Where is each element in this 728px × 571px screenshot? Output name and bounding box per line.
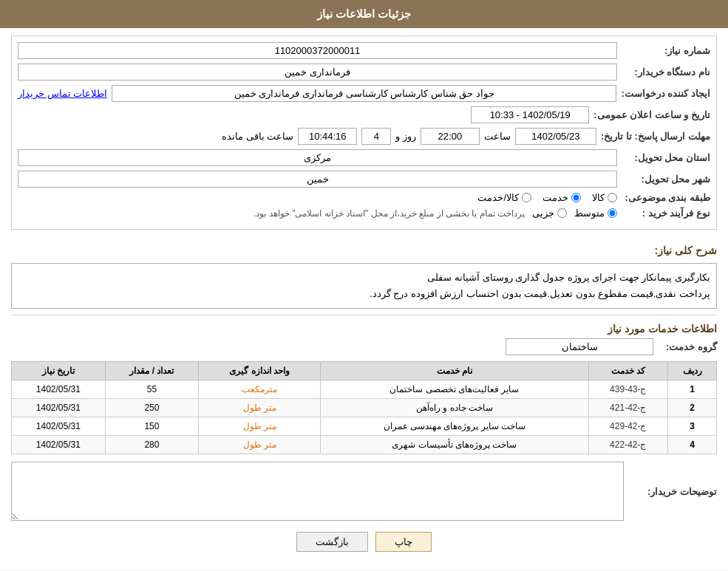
table-head: ردیف کد خدمت نام خدمت واحد اندازه گیری ت…: [12, 362, 717, 380]
col-tedad: تعداد / مقدار: [105, 362, 199, 380]
sharh-box: بکارگیری پیمانکار جهت اجرای پروژه جدول گ…: [11, 263, 717, 309]
cell-name: ساخت جاده و راه‌آهن: [321, 399, 588, 417]
shahr-value: خمین: [18, 171, 617, 188]
mohlat-label: مهلت ارسال پاسخ: تا تاریخ:: [601, 131, 710, 142]
divider-1: [11, 315, 717, 315]
cell-vahed: مترمکعب: [199, 380, 321, 399]
cell-tedad: 280: [105, 436, 199, 454]
mohlat-date: 1402/05/23: [515, 128, 596, 145]
radio-motevaset[interactable]: متوسط: [574, 208, 617, 219]
cell-name: ساخت سایر پروژه‌های مهندسی عمران: [321, 417, 588, 436]
sharh-line2: پرداخت نقدی.قیمت مقطوع بدون تعدیل.قیمت ب…: [18, 286, 710, 302]
grohe-label: گروه خدمت:: [658, 341, 717, 352]
col-radif: ردیف: [668, 362, 717, 380]
cell-radif: 1: [668, 380, 717, 399]
chap-button[interactable]: چاپ: [375, 532, 432, 552]
farayand-desc: پرداخت تمام یا بخشی از مبلغ خرید،از محل …: [254, 208, 525, 219]
row-dastgah: نام دستگاه خریدار: فرمانداری خمین: [18, 64, 710, 81]
grohe-value: ساختمان: [506, 338, 653, 355]
radio-khedmat[interactable]: خدمت: [542, 192, 581, 203]
cell-vahed: متر طول: [199, 436, 321, 454]
ejad-value: جواد حق شناس کارشناس کارشناسی فرمانداری …: [112, 85, 616, 102]
radio-jozi[interactable]: جزیی: [532, 208, 567, 219]
mohlat-rooz: 4: [361, 128, 391, 145]
cell-tedad: 55: [105, 380, 199, 399]
cell-tarikh: 1402/05/31: [12, 380, 106, 399]
services-table: ردیف کد خدمت نام خدمت واحد اندازه گیری ت…: [11, 361, 717, 454]
mohlat-remaining: 10:44:16: [298, 128, 357, 145]
remaining-label: ساعت باقی مانده: [222, 131, 293, 142]
navabfarayand-label: نوع فرآیند خرید :: [622, 208, 710, 219]
buttons-row: چاپ بازگشت: [11, 532, 717, 552]
saat-label: ساعت: [484, 131, 511, 142]
radio-kala[interactable]: کالا: [592, 192, 617, 203]
info-section: شماره نیاز: 1102000372000011 نام دستگاه …: [11, 35, 717, 230]
cell-code: ج-42-421: [588, 399, 668, 417]
tabaqe-label: طبقه بندی موضوعی:: [622, 192, 710, 203]
table-row: 3 ج-42-429 ساخت سایر پروژه‌های مهندسی عم…: [12, 417, 717, 436]
table-row: 2 ج-42-421 ساخت جاده و راه‌آهن متر طول 2…: [12, 399, 717, 417]
row-shahr: شهر محل تحویل: خمین: [18, 171, 710, 188]
row-ostan: استان محل تحویل: مرکزی: [18, 149, 710, 166]
page-title: جزئیات اطلاعات نیاز: [317, 7, 411, 20]
table-body: 1 ج-43-439 سایر فعالیت‌های تخصصی ساختمان…: [12, 380, 717, 454]
contact-link[interactable]: اطلاعات تماس خریدار: [18, 88, 107, 99]
row-ejad: ایجاد کننده درخواست: جواد حق شناس کارشنا…: [18, 85, 710, 102]
kala-label: کالا: [592, 192, 605, 203]
rooz-label: روز و: [395, 131, 416, 142]
khadamat-title: اطلاعات خدمات مورد نیاز: [11, 323, 717, 335]
ostan-value: مرکزی: [18, 149, 617, 166]
jozi-label: جزیی: [532, 208, 554, 219]
row-tarikh: تاریخ و ساعت اعلان عمومی: 1402/05/19 - 1…: [18, 106, 710, 123]
table-header-row: ردیف کد خدمت نام خدمت واحد اندازه گیری ت…: [12, 362, 717, 380]
shahr-label: شهر محل تحویل:: [622, 174, 710, 185]
ostan-label: استان محل تحویل:: [622, 152, 710, 163]
cell-code: ج-42-429: [588, 417, 668, 436]
row-tawzih: توضیحات خریدار:: [11, 462, 717, 521]
kala-khedmat-label: کالا/خدمت: [477, 192, 519, 203]
process-row: متوسط جزیی پرداخت تمام یا بخشی از مبلغ خ…: [254, 208, 617, 219]
cell-tarikh: 1402/05/31: [12, 399, 106, 417]
cell-tedad: 250: [105, 399, 199, 417]
cell-code: ج-43-439: [588, 380, 668, 399]
col-vahed: واحد اندازه گیری: [199, 362, 321, 380]
table-row: 4 ج-42-422 ساخت پروژه‌های تأسیسات شهری م…: [12, 436, 717, 454]
cell-radif: 2: [668, 399, 717, 417]
cell-tedad: 150: [105, 417, 199, 436]
cell-radif: 4: [668, 436, 717, 454]
tarikh-value: 1402/05/19 - 10:33: [471, 106, 589, 123]
cell-vahed: متر طول: [199, 417, 321, 436]
mohlat-saat: 22:00: [421, 128, 480, 145]
radio-kala-khedmat[interactable]: کالا/خدمت: [477, 192, 531, 203]
sharh-title: شرح کلی نیاز:: [655, 245, 717, 256]
sharh-line1: بکارگیری پیمانکار جهت اجرای پروژه جدول گ…: [18, 270, 710, 286]
row-navabfarayand: نوع فرآیند خرید : متوسط جزیی پرداخت تمام…: [18, 208, 710, 219]
table-row: 1 ج-43-439 سایر فعالیت‌های تخصصی ساختمان…: [12, 380, 717, 399]
tarikh-label: تاریخ و ساعت اعلان عمومی:: [593, 109, 710, 120]
cell-code: ج-42-422: [588, 436, 668, 454]
cell-vahed: متر طول: [199, 399, 321, 417]
row-tabaqe: طبقه بندی موضوعی: کالا/خدمت خدمت کالا: [18, 192, 710, 203]
dastgah-value: فرمانداری خمین: [18, 64, 617, 81]
cell-tarikh: 1402/05/31: [12, 417, 106, 436]
cell-tarikh: 1402/05/31: [12, 436, 106, 454]
motevaset-label: متوسط: [574, 208, 605, 219]
tawzih-label: توضیحات خریدار:: [628, 486, 717, 497]
tawzih-textarea[interactable]: [11, 462, 624, 521]
header-bar: جزئیات اطلاعات نیاز: [0, 0, 728, 28]
page-container: جزئیات اطلاعات نیاز شماره نیاز: 11020003…: [0, 0, 728, 570]
col-name: نام خدمت: [321, 362, 588, 380]
row-mohlat: مهلت ارسال پاسخ: تا تاریخ: 1402/05/23 سا…: [18, 128, 710, 145]
shomara-value: 1102000372000011: [18, 42, 617, 59]
dastgah-label: نام دستگاه خریدار:: [622, 66, 710, 78]
bazgasht-button[interactable]: بازگشت: [296, 532, 368, 552]
row-shomara: شماره نیاز: 1102000372000011: [18, 42, 710, 59]
tabaqe-options: کالا/خدمت خدمت کالا: [477, 192, 617, 203]
content-area: شماره نیاز: 1102000372000011 نام دستگاه …: [0, 28, 728, 570]
col-code: کد خدمت: [588, 362, 668, 380]
cell-name: سایر فعالیت‌های تخصصی ساختمان: [321, 380, 588, 399]
col-tarikh: تاریخ نیاز: [12, 362, 106, 380]
cell-name: ساخت پروژه‌های تأسیسات شهری: [321, 436, 588, 454]
khedmat-label: خدمت: [542, 192, 568, 203]
cell-radif: 3: [668, 417, 717, 436]
